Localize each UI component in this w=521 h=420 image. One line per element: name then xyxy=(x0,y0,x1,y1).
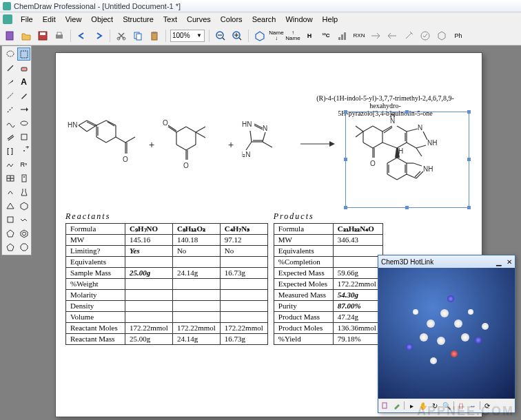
cut-button[interactable] xyxy=(114,29,128,43)
products-row[interactable]: %Yield79.18% xyxy=(274,334,382,345)
chemical-symbols-tool[interactable]: + xyxy=(17,144,30,157)
new-doc-button[interactable] xyxy=(3,29,17,43)
analysis-button[interactable] xyxy=(336,29,349,43)
c13-button[interactable]: ¹³C xyxy=(319,29,333,43)
nmr-button[interactable]: H xyxy=(303,29,316,43)
benzene-button[interactable]: Ph xyxy=(451,29,465,43)
menu-text[interactable]: Text xyxy=(159,14,181,25)
hotlink-minimize-icon[interactable]: ▁ xyxy=(496,258,502,266)
menu-search[interactable]: Search xyxy=(248,14,280,25)
hotlink-3d-view[interactable] xyxy=(378,268,515,399)
cyclohexane-chair-tool[interactable] xyxy=(17,213,30,226)
hotlink-titlebar[interactable]: Chem3D HotLink ▁ ✕ xyxy=(378,255,515,268)
query-tool[interactable]: Rⁿ xyxy=(17,158,30,171)
menu-view[interactable]: View xyxy=(61,14,86,25)
double-bond-tool[interactable] xyxy=(3,130,17,143)
name-to-struct-button[interactable]: Name↓ xyxy=(269,29,283,43)
chem3d-button[interactable] xyxy=(253,29,267,43)
tlc-tool[interactable] xyxy=(17,171,30,185)
benzene-tool[interactable] xyxy=(17,227,30,240)
open-button[interactable] xyxy=(19,29,33,43)
menu-window[interactable]: Window xyxy=(281,14,316,25)
reactants-row[interactable]: FormulaC₉H₇NOC₈H₁₂O₂C₄H₇N₃ xyxy=(66,224,268,235)
bond-tool[interactable] xyxy=(3,61,17,74)
cyclopentane-tool[interactable] xyxy=(3,227,17,240)
zoom-out-button[interactable] xyxy=(214,29,227,43)
dash-tool[interactable] xyxy=(3,103,17,116)
products-row[interactable]: MW346.43 xyxy=(274,235,382,246)
contract-button[interactable] xyxy=(385,29,399,43)
reactants-row[interactable]: Density xyxy=(66,301,268,312)
products-row[interactable]: Product Moles136.36mmol xyxy=(274,323,382,334)
menu-help[interactable]: Help xyxy=(318,14,343,25)
products-row[interactable]: %Completion xyxy=(274,257,382,268)
cyclooctane-tool[interactable] xyxy=(17,240,30,253)
brackets-tool[interactable]: [ ] xyxy=(3,144,17,157)
rxn-button[interactable]: RXN xyxy=(352,29,366,43)
products-row[interactable]: Purity87.00% xyxy=(274,301,382,312)
products-row[interactable]: Measured Mass54.30g xyxy=(274,290,382,301)
zoom-input[interactable] xyxy=(172,32,196,39)
products-row[interactable]: Expected Moles172.22mmol xyxy=(274,279,382,290)
pen-tool[interactable] xyxy=(17,89,30,102)
eraser-tool[interactable] xyxy=(17,61,30,74)
wedge-tool[interactable] xyxy=(3,75,17,88)
wavy-tool[interactable] xyxy=(3,116,17,129)
reactants-row[interactable]: Limiting?YesNoNo xyxy=(66,246,268,257)
template-tool[interactable] xyxy=(3,185,17,198)
struct-to-name-button[interactable]: ↑Name xyxy=(286,29,300,43)
glassware-tool[interactable] xyxy=(17,185,30,198)
cyclopentadiene-tool[interactable] xyxy=(3,240,17,253)
print-button[interactable] xyxy=(52,29,66,43)
hl-select-icon[interactable]: ▸ xyxy=(407,401,416,410)
hotlink-close-icon[interactable]: ✕ xyxy=(507,258,512,266)
chem3d-hotlink-panel[interactable]: Chem3D HotLink ▁ ✕ xyxy=(378,255,515,413)
app-menu-icon[interactable] xyxy=(3,14,12,24)
arrow-tool[interactable] xyxy=(17,103,30,116)
product-selection-box[interactable]: O NH N NH H xyxy=(345,112,469,208)
marquee-tool[interactable] xyxy=(17,48,30,61)
cyclohexane-tool[interactable] xyxy=(17,199,30,212)
hl-copy-icon[interactable] xyxy=(380,401,390,410)
cyclopropane-tool[interactable] xyxy=(3,199,17,212)
reactants-row[interactable]: Reactant Mass25.00g24.14g16.73g xyxy=(66,334,268,345)
products-row[interactable]: FormulaC₂₁H₂₂N₄O xyxy=(274,224,382,235)
undo-button[interactable] xyxy=(75,29,89,43)
reactants-row[interactable]: Volume xyxy=(66,312,268,323)
reactants-row[interactable]: Sample Mass25.00g24.14g16.73g xyxy=(66,268,268,279)
paste-button[interactable] xyxy=(147,29,161,43)
menu-curves[interactable]: Curves xyxy=(183,14,215,25)
orbital-tool[interactable] xyxy=(17,116,30,129)
text-tool[interactable]: A xyxy=(17,75,30,88)
hl-edit-icon[interactable] xyxy=(392,401,402,410)
products-row[interactable]: Product Mass47.24g xyxy=(274,312,382,323)
reactants-row[interactable]: Reactant Moles172.22mmol172.22mmol172.22… xyxy=(66,323,268,334)
expand-button[interactable] xyxy=(369,29,382,43)
menu-structure[interactable]: Structure xyxy=(119,14,158,25)
menu-colors[interactable]: Colors xyxy=(216,14,247,25)
menu-file[interactable]: File xyxy=(17,14,37,25)
redo-button[interactable] xyxy=(92,29,105,43)
products-table[interactable]: FormulaC₂₁H₂₂N₄OMW346.43Equivalents%Comp… xyxy=(274,223,383,345)
chain-tool[interactable] xyxy=(3,158,17,171)
save-button[interactable] xyxy=(36,29,50,43)
menu-object[interactable]: Object xyxy=(87,14,117,25)
products-row[interactable]: Equivalents xyxy=(274,246,382,257)
products-row[interactable]: Expected Mass59.66g xyxy=(274,268,382,279)
check-button[interactable] xyxy=(418,29,432,43)
cyclobutane-tool[interactable] xyxy=(3,213,17,226)
reactants-row[interactable]: Molarity xyxy=(66,290,268,301)
hash-tool[interactable] xyxy=(3,89,17,102)
copy-button[interactable] xyxy=(131,29,145,43)
zoom-in-button[interactable] xyxy=(230,29,244,43)
clean-button[interactable] xyxy=(402,29,416,43)
reactants-row[interactable]: Equivalents xyxy=(66,257,268,268)
reactants-table[interactable]: FormulaC₉H₇NOC₈H₁₂O₂C₄H₇N₃MW145.16140.18… xyxy=(65,223,268,345)
shape-tool[interactable] xyxy=(17,130,30,143)
zoom-combo[interactable]: ▼ xyxy=(170,30,205,42)
menu-edit[interactable]: Edit xyxy=(39,14,60,25)
lasso-tool[interactable] xyxy=(3,48,17,61)
ring-button[interactable] xyxy=(435,29,449,43)
reactants-row[interactable]: %Weight xyxy=(66,279,268,290)
reactants-row[interactable]: MW145.16140.1897.12 xyxy=(66,235,268,246)
